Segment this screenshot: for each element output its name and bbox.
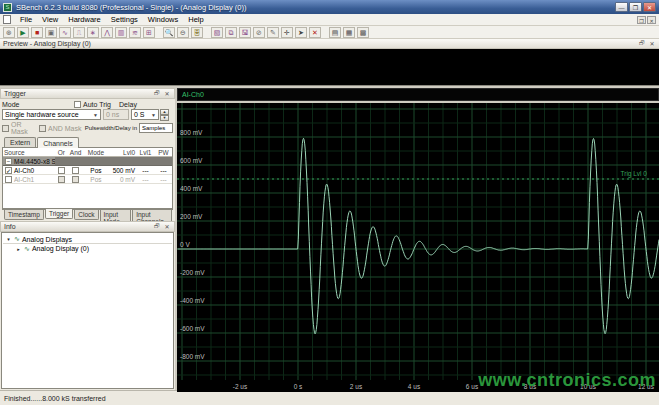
card-settings-icon[interactable]: ⊛ <box>3 27 15 38</box>
menu-settings[interactable]: Settings <box>106 14 143 25</box>
preview-display-area[interactable] <box>0 49 659 86</box>
maximize-button[interactable]: ❐ <box>629 2 642 12</box>
channel-row-ai-ch1[interactable]: AI-Ch1Pos0 mV------ <box>3 175 172 184</box>
lvl1-cell: --- <box>136 166 155 174</box>
plot-background <box>177 103 659 392</box>
expanded-arrow-icon[interactable]: ▾ <box>5 236 12 242</box>
calc-icon[interactable]: ⊘ <box>253 27 265 38</box>
info-table-icon[interactable]: ▤ <box>329 27 341 38</box>
close-icon[interactable]: ✕ <box>163 90 171 97</box>
tab-channels[interactable]: Channels <box>37 137 79 148</box>
svg-text:0 V: 0 V <box>180 241 190 248</box>
minimize-button[interactable]: — <box>615 2 628 12</box>
title-bar: S SBench 6.2.3 build 8080 (Professional … <box>0 0 659 14</box>
menu-help[interactable]: Help <box>183 14 208 25</box>
stop-acquisition-icon[interactable]: ■ <box>31 27 43 38</box>
zoom-out-icon[interactable]: ⊖ <box>177 27 189 38</box>
preview-display-icon[interactable]: ▣ <box>45 27 57 38</box>
xy-display-icon[interactable]: ∗ <box>87 27 99 38</box>
zoom-in-icon[interactable]: 🔍 <box>163 27 175 38</box>
channel-table-icon[interactable]: ▦ <box>343 27 355 38</box>
mdi-restore-icon[interactable]: ❐ <box>637 16 646 24</box>
preview-panel-header: Preview - Analog Display (0) 🗗 ✕ <box>0 39 659 49</box>
svg-text:-2 us: -2 us <box>233 383 248 390</box>
save-display-icon[interactable]: 🖫 <box>239 27 251 38</box>
or-checkbox <box>58 176 65 183</box>
export-data-icon[interactable]: 🗄 <box>191 27 203 38</box>
close-button[interactable]: ✕ <box>643 2 656 12</box>
tree-item-analog-display-0-[interactable]: ▸∿Analog Display (0) <box>3 244 172 253</box>
start-acquisition-icon[interactable]: ▶ <box>17 27 29 38</box>
svg-text:-200 mV: -200 mV <box>180 269 205 276</box>
channel-enable-cell: AI-Ch0 <box>3 166 55 174</box>
duplicate-display-icon[interactable]: ⧉ <box>225 27 237 38</box>
svg-text:-600 mV: -600 mV <box>180 325 205 332</box>
and-cell <box>68 166 83 174</box>
auto-trig-checkbox[interactable] <box>74 101 81 108</box>
toolbar-separator <box>322 27 328 38</box>
tab-trigger[interactable]: Trigger <box>45 209 73 219</box>
trigger-mode-select[interactable]: Single hardware source ▼ <box>2 109 101 120</box>
tab-extern[interactable]: Extern <box>4 137 36 147</box>
column-header-lvl0: Lvl0 <box>109 148 136 156</box>
chevron-down-icon: ▼ <box>91 112 98 118</box>
menu-items: FileViewHardwareSettingsWindowsHelp <box>15 14 637 25</box>
close-icon[interactable]: ✕ <box>648 40 656 47</box>
svg-text:-400 mV: -400 mV <box>180 297 205 304</box>
menu-windows[interactable]: Windows <box>143 14 183 25</box>
watermark: www.cntronics.com <box>478 370 656 391</box>
spectrum-display-icon[interactable]: ≋ <box>129 27 141 38</box>
undock-icon[interactable]: 🗗 <box>153 90 161 97</box>
fft-display-icon[interactable]: ⋀ <box>101 27 113 38</box>
tab-clock[interactable]: Clock <box>74 210 98 220</box>
cursor-icon[interactable]: ➤ <box>295 27 307 38</box>
multi-display-icon[interactable]: ⊞ <box>143 27 155 38</box>
menu-hardware[interactable]: Hardware <box>63 14 106 25</box>
undock-icon[interactable]: 🗗 <box>153 223 161 230</box>
delay-label: Delay <box>119 101 137 108</box>
histogram-display-icon[interactable]: ▥ <box>115 27 127 38</box>
card-group-row[interactable]: −M4i.4450-x8 S... <box>3 157 172 166</box>
channel-enable-checkbox[interactable] <box>5 176 12 183</box>
lvl0-cell[interactable]: 0 mV <box>109 175 136 183</box>
menu-file[interactable]: File <box>15 14 37 25</box>
trigger-level-label: Trig Lvl 0 <box>621 170 648 178</box>
group-collapse-checkbox[interactable]: − <box>5 158 12 165</box>
or-checkbox[interactable] <box>58 167 65 174</box>
delay-stepper[interactable]: ▲ ▼ <box>160 109 169 120</box>
new-display-icon[interactable]: ▧ <box>211 27 223 38</box>
analog-display-icon[interactable]: ∿ <box>59 27 71 38</box>
data-table-icon[interactable]: ▩ <box>357 27 369 38</box>
column-header-mode: Mode <box>83 148 108 156</box>
or-mask-checkbox <box>2 125 9 132</box>
crosshair-icon[interactable]: ✛ <box>281 27 293 38</box>
group-cell <box>109 157 136 165</box>
close-icon[interactable]: ✕ <box>163 223 171 230</box>
auto-trig-label: Auto Trig <box>83 101 119 108</box>
channel-row-ai-ch0[interactable]: AI-Ch0Pos500 mV------ <box>3 166 172 175</box>
spin-down-icon[interactable]: ▼ <box>160 115 169 121</box>
tab-timestamp[interactable]: Timestamp <box>4 210 44 220</box>
svg-text:0 s: 0 s <box>294 383 303 390</box>
or-cell <box>55 166 68 174</box>
digital-display-icon[interactable]: ⎍ <box>73 27 85 38</box>
delay-select[interactable]: 0 S ▼ <box>131 109 159 120</box>
lvl0-cell[interactable]: 500 mV <box>109 166 136 174</box>
collapsed-arrow-icon[interactable]: ▸ <box>15 246 22 252</box>
undock-icon[interactable]: 🗗 <box>638 40 646 47</box>
mode-cell[interactable]: Pos <box>83 175 108 183</box>
mdi-close-icon[interactable]: ✕ <box>647 16 656 24</box>
toolbar-separator <box>156 27 162 38</box>
mode-cell[interactable]: Pos <box>83 166 108 174</box>
menu-view[interactable]: View <box>37 14 63 25</box>
tree-item-analog-displays[interactable]: ▾∿Analog Displays <box>3 235 172 244</box>
delete-icon[interactable]: ✕ <box>309 27 321 38</box>
pulsewidth-unit-select[interactable]: Samples <box>139 123 173 133</box>
status-bar: Finished......8.000 kS transferred <box>0 390 659 405</box>
edit-icon[interactable]: ✎ <box>267 27 279 38</box>
channel-enable-checkbox[interactable] <box>5 167 12 174</box>
main-area: Trigger 🗗 ✕ Mode Auto Trig Delay Single … <box>0 88 659 390</box>
and-checkbox[interactable] <box>72 167 79 174</box>
waveform-plot[interactable]: Trig Lvl 0800 mV600 mV400 mV200 mV0 V-20… <box>177 103 659 392</box>
waveform-icon: ∿ <box>14 235 20 243</box>
